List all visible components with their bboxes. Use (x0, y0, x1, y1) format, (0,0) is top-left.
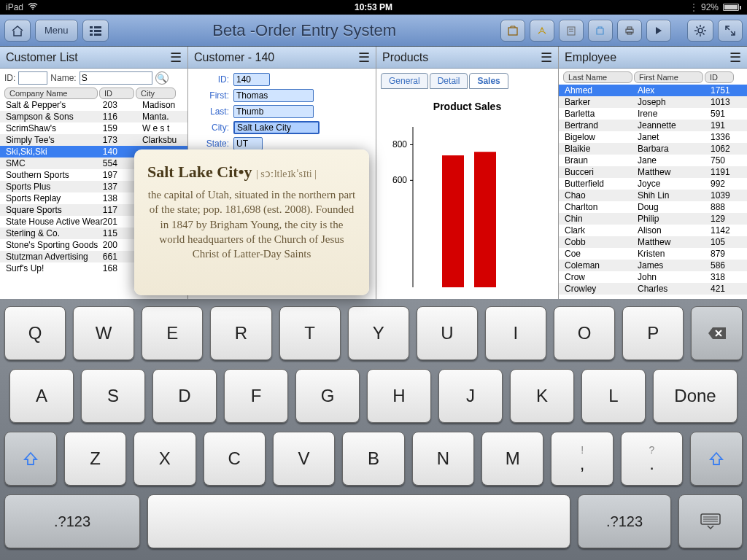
key-d[interactable]: D (152, 369, 217, 423)
col-lastname[interactable]: Last Name (563, 71, 632, 83)
svg-rect-5 (90, 34, 93, 36)
key-o[interactable]: O (554, 306, 615, 360)
employee-row[interactable]: CoeKristen879 (559, 248, 747, 260)
employee-row[interactable]: ClarkAlison1142 (559, 225, 747, 236)
chart-area: Product Sales 800600 (376, 89, 558, 299)
key-g[interactable]: G (295, 369, 360, 423)
input-city[interactable] (233, 121, 320, 134)
hamburger-icon[interactable]: ☰ (170, 50, 182, 66)
key-m[interactable]: M (481, 432, 543, 486)
customer-row[interactable]: Sampson & Sons116Manta. (0, 111, 187, 122)
key-n[interactable]: N (412, 432, 474, 486)
key-y[interactable]: Y (348, 306, 409, 360)
symbols-key-right[interactable]: .?123 (578, 494, 671, 548)
employee-row[interactable]: ButterfieldJoyce992 (559, 178, 747, 190)
period-key[interactable]: ?. (621, 432, 683, 486)
key-a[interactable]: A (9, 369, 74, 423)
key-t[interactable]: T (279, 306, 341, 360)
col-firstname[interactable]: First Name (634, 71, 703, 83)
backspace-key[interactable] (691, 306, 743, 360)
employee-row[interactable]: CobbMatthew105 (559, 236, 747, 248)
customer-list-title: Customer List (6, 51, 78, 64)
key-k[interactable]: K (510, 369, 574, 423)
col-empid[interactable]: ID (705, 71, 734, 83)
key-z[interactable]: Z (64, 432, 126, 486)
employee-row[interactable]: ColemanJames586 (559, 260, 747, 271)
id-filter-input[interactable] (18, 71, 47, 85)
key-l[interactable]: L (581, 369, 646, 423)
key-r[interactable]: R (210, 306, 271, 360)
employee-row[interactable]: BlaikieBarbara1062 (559, 143, 747, 155)
key-f[interactable]: F (224, 369, 288, 423)
input-id[interactable] (233, 73, 270, 86)
hide-keyboard-key[interactable] (678, 494, 743, 548)
products-title: Products (382, 51, 428, 64)
done-key[interactable]: Done (653, 369, 738, 423)
print-button[interactable] (617, 20, 642, 42)
employee-row[interactable]: BucceriMatthew1191 (559, 166, 747, 178)
label-id: ID: (193, 74, 229, 85)
hamburger-icon[interactable]: ☰ (729, 50, 741, 66)
hamburger-icon[interactable]: ☰ (358, 50, 370, 66)
customer-row[interactable]: Simply Tee's173Clarksbu (0, 134, 187, 146)
employee-row[interactable]: ChaoShih Lin1039 (559, 190, 747, 201)
name-filter-input[interactable] (80, 71, 152, 85)
hamburger-icon[interactable]: ☰ (541, 50, 552, 66)
gear-button[interactable] (687, 20, 713, 42)
employee-row[interactable]: ChinPhilip129 (559, 213, 747, 225)
tab-sales[interactable]: Sales (469, 73, 508, 89)
employee-row[interactable]: BertrandJeannette191 (559, 120, 747, 131)
key-w[interactable]: W (73, 306, 134, 360)
employee-row[interactable]: BarlettaIrene591 (559, 108, 747, 120)
key-u[interactable]: U (417, 306, 478, 360)
col-id[interactable]: ID (99, 88, 134, 99)
key-v[interactable]: V (273, 432, 335, 486)
col-company[interactable]: Company Name (4, 88, 98, 99)
tool-btn-1[interactable] (500, 20, 525, 42)
input-state[interactable] (233, 137, 263, 150)
tab-general[interactable]: General (381, 73, 428, 89)
employee-row[interactable]: BarkerJoseph1013 (559, 96, 747, 108)
key-h[interactable]: H (367, 369, 431, 423)
home-button[interactable] (4, 20, 31, 42)
employee-header: Employee ☰ (559, 47, 747, 69)
employee-title: Employee (565, 51, 616, 64)
key-i[interactable]: I (485, 306, 546, 360)
comma-key[interactable]: !, (551, 432, 613, 486)
tool-btn-3[interactable] (559, 20, 584, 42)
key-j[interactable]: J (438, 369, 503, 423)
key-c[interactable]: C (204, 432, 266, 486)
employee-row[interactable]: AhmedAlex1751 (559, 85, 747, 96)
employee-row[interactable]: BraunJane750 (559, 155, 747, 166)
list-toggle-button[interactable] (82, 20, 109, 42)
customer-row[interactable]: Salt & Pepper's203Madison (0, 99, 187, 111)
key-s[interactable]: S (81, 369, 145, 423)
employee-panel: Employee ☰ Last Name First Name ID Ahmed… (559, 47, 747, 299)
key-p[interactable]: P (622, 306, 684, 360)
shift-key-right[interactable] (690, 432, 743, 486)
employee-row[interactable]: BigelowJanet1336 (559, 131, 747, 143)
label-first: First: (193, 90, 229, 101)
input-first[interactable] (233, 89, 314, 102)
space-key[interactable] (147, 494, 570, 548)
key-q[interactable]: Q (4, 306, 66, 360)
tool-btn-4[interactable] (588, 20, 613, 42)
key-b[interactable]: B (342, 432, 404, 486)
input-last[interactable] (233, 105, 314, 118)
employee-row[interactable]: CrowJohn318 (559, 271, 747, 283)
key-e[interactable]: E (142, 306, 203, 360)
search-icon[interactable]: 🔍 (155, 71, 169, 85)
tool-btn-2[interactable] (530, 20, 554, 42)
shift-key-left[interactable] (4, 432, 57, 486)
menu-button[interactable]: Menu (35, 20, 78, 42)
tab-detail[interactable]: Detail (430, 73, 468, 89)
employee-row[interactable]: CharltonDoug888 (559, 201, 747, 213)
collapse-button[interactable] (718, 20, 743, 42)
employee-row[interactable]: CrowleyCharles421 (559, 283, 747, 295)
forward-button[interactable] (646, 20, 671, 42)
product-sales-chart: 800600 (384, 120, 544, 295)
col-city[interactable]: City (136, 88, 176, 99)
key-x[interactable]: X (133, 432, 196, 486)
customer-row[interactable]: ScrimShaw's159W e s t (0, 122, 187, 134)
symbols-key-left[interactable]: .?123 (4, 494, 140, 548)
